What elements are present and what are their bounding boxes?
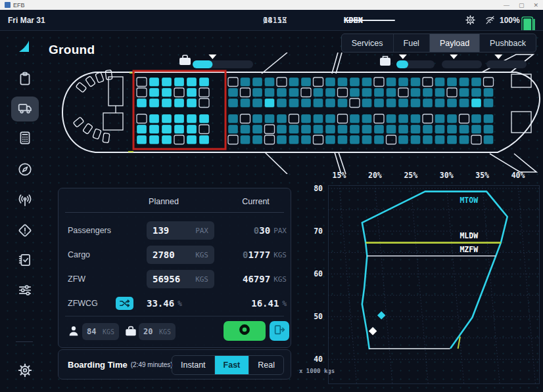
seat[interactable] bbox=[277, 98, 287, 108]
seat[interactable] bbox=[277, 77, 287, 87]
seat[interactable] bbox=[484, 77, 494, 87]
seat[interactable] bbox=[398, 98, 408, 108]
seat[interactable] bbox=[265, 125, 275, 134]
seat[interactable] bbox=[277, 88, 287, 97]
seat[interactable] bbox=[471, 88, 481, 97]
seat[interactable] bbox=[398, 77, 408, 87]
seat[interactable] bbox=[137, 98, 147, 108]
pax-weight-input[interactable]: 84KGS bbox=[82, 323, 119, 340]
seat[interactable] bbox=[362, 88, 372, 97]
seat[interactable] bbox=[447, 88, 457, 97]
seat[interactable] bbox=[137, 135, 147, 144]
seat[interactable] bbox=[350, 114, 360, 123]
seat[interactable] bbox=[199, 98, 209, 108]
seat[interactable] bbox=[447, 77, 457, 87]
seat[interactable] bbox=[252, 88, 262, 97]
seat[interactable] bbox=[162, 88, 172, 97]
seat[interactable] bbox=[423, 125, 433, 134]
seat[interactable] bbox=[149, 77, 159, 87]
seat[interactable] bbox=[435, 125, 445, 134]
seat[interactable] bbox=[460, 114, 469, 123]
seat[interactable] bbox=[265, 88, 275, 97]
maximize-button[interactable]: ▢ bbox=[519, 2, 525, 9]
seat[interactable] bbox=[325, 135, 335, 144]
seat[interactable] bbox=[241, 88, 250, 97]
seat[interactable] bbox=[241, 135, 250, 144]
seat[interactable] bbox=[187, 88, 197, 97]
seat[interactable] bbox=[325, 114, 335, 123]
seat[interactable] bbox=[338, 125, 348, 134]
seat[interactable] bbox=[423, 135, 433, 144]
seat[interactable] bbox=[277, 114, 287, 123]
seat[interactable] bbox=[325, 77, 335, 87]
tab-services[interactable]: Services bbox=[342, 34, 393, 52]
seat[interactable] bbox=[228, 135, 238, 144]
seat[interactable] bbox=[350, 98, 360, 108]
seat[interactable] bbox=[435, 114, 445, 123]
planned-passengers-input[interactable]: 139PAX bbox=[147, 221, 214, 240]
seat[interactable] bbox=[277, 135, 287, 144]
seat[interactable] bbox=[187, 77, 197, 87]
seat[interactable] bbox=[252, 98, 262, 108]
seat[interactable] bbox=[435, 98, 445, 108]
seat[interactable] bbox=[423, 88, 433, 97]
seat[interactable] bbox=[398, 135, 408, 144]
sidebar-item-alerts[interactable] bbox=[0, 219, 49, 245]
seat[interactable] bbox=[484, 88, 494, 97]
seat[interactable] bbox=[228, 88, 238, 97]
seat[interactable] bbox=[374, 77, 384, 87]
seat[interactable] bbox=[325, 98, 335, 108]
sidebar-item-navigation[interactable] bbox=[0, 158, 49, 184]
seat[interactable] bbox=[484, 135, 494, 144]
seat[interactable] bbox=[228, 77, 238, 87]
seat[interactable] bbox=[423, 114, 433, 123]
seat[interactable] bbox=[301, 88, 311, 97]
seat[interactable] bbox=[252, 114, 262, 123]
cargo-marker[interactable] bbox=[208, 54, 216, 59]
seat[interactable] bbox=[398, 125, 408, 134]
seat[interactable] bbox=[241, 77, 250, 87]
seat[interactable] bbox=[187, 98, 197, 108]
seat[interactable] bbox=[241, 98, 250, 108]
seat[interactable] bbox=[137, 125, 147, 134]
seat[interactable] bbox=[387, 125, 396, 134]
seat[interactable] bbox=[289, 98, 299, 108]
sidebar-item-config[interactable] bbox=[0, 278, 49, 305]
seat[interactable] bbox=[398, 88, 408, 97]
seat[interactable] bbox=[199, 125, 209, 134]
seat[interactable] bbox=[301, 114, 311, 123]
seat[interactable] bbox=[460, 98, 469, 108]
seat[interactable] bbox=[387, 135, 396, 144]
seat[interactable] bbox=[435, 77, 445, 87]
seat[interactable] bbox=[362, 77, 372, 87]
seat[interactable] bbox=[241, 125, 250, 134]
cargo-marker[interactable] bbox=[399, 54, 407, 59]
seat[interactable] bbox=[314, 114, 323, 123]
seat[interactable] bbox=[374, 114, 384, 123]
seat[interactable] bbox=[423, 77, 433, 87]
seat[interactable] bbox=[471, 114, 481, 123]
seat[interactable] bbox=[252, 77, 262, 87]
planned-zfw-input[interactable]: 56956KGS bbox=[147, 270, 214, 288]
seat[interactable] bbox=[265, 98, 275, 108]
seat[interactable] bbox=[289, 77, 299, 87]
seat[interactable] bbox=[423, 98, 433, 108]
seat[interactable] bbox=[484, 114, 494, 123]
seat[interactable] bbox=[228, 114, 238, 123]
seat[interactable] bbox=[374, 98, 384, 108]
seat[interactable] bbox=[137, 77, 147, 87]
seat[interactable] bbox=[265, 77, 275, 87]
seat[interactable] bbox=[350, 135, 360, 144]
seat[interactable] bbox=[374, 88, 384, 97]
seat[interactable] bbox=[199, 135, 209, 144]
seat[interactable] bbox=[199, 88, 209, 97]
seat[interactable] bbox=[241, 114, 250, 123]
seat[interactable] bbox=[338, 135, 348, 144]
seat[interactable] bbox=[289, 125, 299, 134]
seat[interactable] bbox=[460, 77, 469, 87]
cg-shuffle-button[interactable] bbox=[116, 297, 133, 310]
seat[interactable] bbox=[338, 98, 348, 108]
boarding-option-fast[interactable]: Fast bbox=[214, 356, 249, 374]
seat[interactable] bbox=[325, 88, 335, 97]
seat[interactable] bbox=[411, 125, 421, 134]
